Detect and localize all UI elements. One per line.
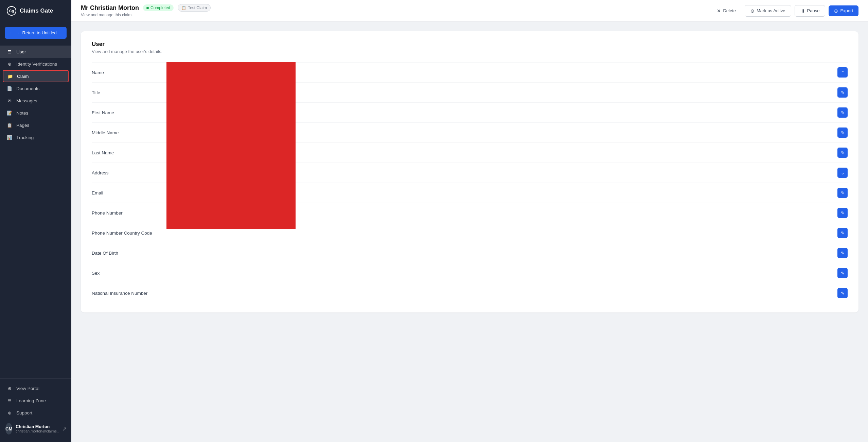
field-row-email: Email ✎: [92, 183, 848, 203]
completed-label: Completed: [150, 5, 170, 10]
mark-active-label: Mark as Active: [757, 8, 785, 13]
return-button[interactable]: ← ← Return to Untitled: [5, 27, 67, 39]
claim-title-area: Mr Christian Morton Completed 📋 Test Cla…: [81, 4, 211, 17]
delete-button[interactable]: ✕ Delete: [711, 5, 741, 16]
claim-name: Mr Christian Morton: [81, 4, 139, 12]
sidebar-item-learning-zone[interactable]: ☰ Learning Zone: [0, 394, 71, 407]
field-label-phone-number: Phone Number: [92, 210, 180, 216]
field-label-email: Email: [92, 190, 180, 196]
field-row-phone-country-code: Phone Number Country Code ✎: [92, 223, 848, 243]
sidebar-item-claim[interactable]: 📁 Claim: [3, 70, 69, 82]
card-title: User: [92, 41, 848, 48]
edit-ni-number-button[interactable]: ✎: [837, 288, 848, 298]
user-info: Christian Morton christian.morton@claims…: [16, 424, 59, 433]
support-icon: ⊕: [7, 410, 12, 415]
sidebar-item-messages-label: Messages: [16, 98, 37, 103]
edit-dob-button[interactable]: ✎: [837, 248, 848, 258]
field-action-phone-number: ✎: [837, 208, 848, 218]
sidebar-item-identity-label: Identity Verifications: [16, 62, 57, 67]
delete-label: Delete: [723, 8, 736, 13]
field-action-name: ⌃: [837, 67, 848, 78]
sidebar-item-notes-label: Notes: [16, 111, 28, 116]
sidebar-item-claim-label: Claim: [17, 74, 29, 79]
top-header: Mr Christian Morton Completed 📋 Test Cla…: [71, 0, 868, 22]
notes-nav-icon: 📝: [7, 110, 12, 116]
field-label-dob: Date Of Birth: [92, 251, 180, 256]
edit-title-button[interactable]: ✎: [837, 87, 848, 98]
sidebar-item-view-portal-label: View Portal: [16, 386, 39, 391]
pages-nav-icon: 📋: [7, 122, 12, 128]
identity-nav-icon: ⊕: [7, 61, 12, 67]
mark-active-button[interactable]: ⊙ Mark as Active: [745, 5, 791, 17]
delete-icon: ✕: [717, 8, 721, 14]
field-row-address: Address ⌄: [92, 163, 848, 183]
sidebar-item-learning-zone-label: Learning Zone: [16, 398, 46, 403]
field-row-first-name: First Name ✎: [92, 102, 848, 122]
sidebar-item-view-portal[interactable]: ⊕ View Portal: [0, 382, 71, 394]
expand-name-button[interactable]: ⌃: [837, 67, 848, 78]
field-label-address: Address: [92, 170, 180, 175]
field-label-middle-name: Middle Name: [92, 130, 180, 135]
completed-dot: [146, 7, 149, 9]
sidebar: Cg Claims Gate ← ← Return to Untitled ☰ …: [0, 0, 71, 442]
main-content: Mr Christian Morton Completed 📋 Test Cla…: [71, 0, 868, 442]
user-card: User View and manage the user's details.…: [81, 31, 858, 312]
messages-nav-icon: ✉: [7, 98, 12, 103]
field-row-sex: Sex ✎: [92, 263, 848, 283]
sidebar-item-pages[interactable]: 📋 Pages: [0, 119, 71, 131]
field-row-middle-name: Middle Name ✎: [92, 122, 848, 142]
field-row-ni-number: National Insurance Number ✎: [92, 283, 848, 303]
field-action-first-name: ✎: [837, 107, 848, 118]
field-label-ni-number: National Insurance Number: [92, 291, 180, 296]
edit-middle-name-button[interactable]: ✎: [837, 128, 848, 138]
pause-icon: ⏸: [800, 8, 805, 14]
field-label-phone-country-code: Phone Number Country Code: [92, 231, 180, 236]
field-action-ni-number: ✎: [837, 288, 848, 298]
sidebar-item-user-label: User: [16, 49, 26, 54]
field-row-dob: Date Of Birth ✎: [92, 243, 848, 263]
avatar: CM: [5, 423, 12, 435]
sidebar-nav: ☰ User ⊕ Identity Verifications 📁 Claim …: [0, 44, 71, 378]
expand-address-button[interactable]: ⌄: [837, 168, 848, 178]
edit-email-button[interactable]: ✎: [837, 188, 848, 198]
field-label-sex: Sex: [92, 271, 180, 276]
sidebar-item-messages[interactable]: ✉ Messages: [0, 95, 71, 107]
field-action-last-name: ✎: [837, 148, 848, 158]
edit-first-name-button[interactable]: ✎: [837, 107, 848, 118]
edit-phone-button[interactable]: ✎: [837, 208, 848, 218]
edit-phone-country-code-button[interactable]: ✎: [837, 228, 848, 238]
mark-active-icon: ⊙: [750, 8, 755, 14]
logout-icon[interactable]: ↗: [62, 426, 67, 432]
sidebar-item-user[interactable]: ☰ User: [0, 46, 71, 58]
sidebar-item-documents-label: Documents: [16, 86, 39, 91]
field-row-name: Name ⌃: [92, 62, 848, 82]
user-email: christian.morton@claims..: [16, 429, 59, 433]
field-row-last-name: Last Name ✎: [92, 142, 848, 163]
sidebar-item-tracking[interactable]: 📊 Tracking: [0, 131, 71, 143]
edit-last-name-button[interactable]: ✎: [837, 148, 848, 158]
field-action-dob: ✎: [837, 248, 848, 258]
sidebar-item-documents[interactable]: 📄 Documents: [0, 82, 71, 95]
sidebar-item-support[interactable]: ⊕ Support: [0, 407, 71, 419]
documents-nav-icon: 📄: [7, 86, 12, 91]
field-action-address: ⌄: [837, 168, 848, 178]
test-icon: 📋: [181, 6, 186, 10]
sidebar-bottom: ⊕ View Portal ☰ Learning Zone ⊕ Support …: [0, 378, 71, 442]
field-action-email: ✎: [837, 188, 848, 198]
sidebar-item-notes[interactable]: 📝 Notes: [0, 107, 71, 119]
badge-test: 📋 Test Claim: [178, 4, 211, 12]
user-nav-icon: ☰: [7, 49, 12, 54]
export-icon: ⊕: [834, 8, 838, 14]
export-button[interactable]: ⊕ Export: [829, 5, 858, 16]
return-arrow-icon: ←: [10, 30, 14, 35]
sidebar-user[interactable]: CM Christian Morton christian.morton@cla…: [0, 419, 71, 439]
logo-icon: Cg: [7, 6, 16, 16]
pause-label: Pause: [807, 8, 820, 13]
pause-button[interactable]: ⏸ Pause: [795, 5, 826, 17]
sidebar-item-identity[interactable]: ⊕ Identity Verifications: [0, 58, 71, 70]
badge-completed: Completed: [143, 4, 174, 11]
return-button-label: ← Return to Untitled: [17, 30, 57, 35]
edit-sex-button[interactable]: ✎: [837, 268, 848, 278]
field-action-sex: ✎: [837, 268, 848, 278]
field-label-last-name: Last Name: [92, 150, 180, 155]
